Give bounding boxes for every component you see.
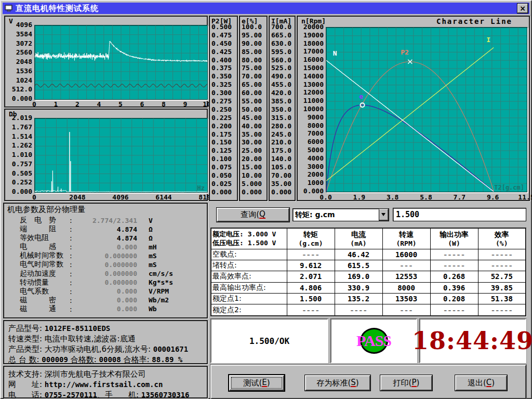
- spectrum-x-ticks: 02048409661448192: [23, 193, 218, 201]
- pass-indicator-box: PASS: [330, 318, 417, 363]
- table-cell: ----: [287, 249, 335, 260]
- table-header-voltages: 额定电压: 3.000 V低压电压: 1.500 V: [211, 228, 287, 249]
- tick-label: 20000: [303, 23, 324, 31]
- quit-button[interactable]: 退出(C): [455, 375, 507, 391]
- tick-label: 0.350: [211, 73, 235, 80]
- table-column-header: 输出功率(W): [430, 228, 478, 249]
- tick-label: 385.0: [271, 98, 293, 105]
- table-cell: 52.75: [478, 271, 526, 282]
- parameter-row: 磁 通:0.000Wb: [8, 305, 204, 313]
- tick-label: 14000: [303, 73, 324, 80]
- tick-label: 5000: [308, 147, 324, 154]
- tick-label: 0.000: [242, 189, 265, 196]
- tick-label: 15000: [303, 64, 324, 72]
- chevron-down-icon: [381, 213, 385, 216]
- tick-label: 0.300: [211, 89, 235, 97]
- svg-text:e: e: [359, 92, 363, 100]
- text-line: 总 台 数: 000009 合格数: 00008 合格率: 88.89 %: [8, 354, 204, 365]
- table-column-header: 转矩(g.cm): [287, 228, 335, 249]
- tick-label: 40.00: [242, 123, 265, 130]
- test-button[interactable]: 测试(E): [229, 375, 284, 391]
- tick-label: 6: [135, 100, 150, 108]
- tick-label: 0.500: [211, 23, 235, 31]
- table-row: 最高输出功率点:4.806330.980000.39639.85: [211, 282, 526, 293]
- tick-label: 0.250: [211, 106, 235, 113]
- query-button[interactable]: 查询(Q: [217, 208, 289, 222]
- parameter-row: 等效电阻:4.874Ω: [8, 234, 204, 242]
- tick-label: 4096: [16, 21, 32, 29]
- app-window: 直流电机特性测试系统 × V 4096358430722560204815361…: [0, 0, 532, 399]
- pass-text: PASS: [356, 332, 391, 350]
- tick-label: 0.150: [211, 139, 235, 146]
- save-standard-button[interactable]: 存为标准(S): [305, 375, 370, 391]
- tick-label: 90.00: [242, 40, 265, 47]
- table-cell: 169.0: [335, 271, 382, 282]
- table-cell: 12553: [382, 271, 430, 282]
- tick-label: 17000: [303, 48, 324, 55]
- close-button[interactable]: ×: [517, 4, 528, 13]
- table-cell: -----: [430, 260, 478, 271]
- tick-label: 0.125: [211, 147, 235, 154]
- row-label: 最高输出功率点:: [211, 282, 287, 293]
- spectrum-panel: Db 2.0191.7671.5141.2621.0100.7570.5050.…: [4, 109, 208, 201]
- table-cell: 8000: [382, 282, 430, 293]
- tick-label: 100.0: [242, 23, 265, 31]
- tick-label: 6000: [308, 138, 324, 145]
- row-label: 额定点1:: [211, 294, 287, 304]
- table-cell: ---: [382, 304, 430, 316]
- spectrum-trace: [35, 118, 207, 192]
- tick-label: 55.00: [242, 98, 265, 105]
- tick-label: 45.00: [242, 114, 265, 122]
- tick-label: 30.00: [242, 139, 265, 146]
- query-value-input[interactable]: [393, 208, 526, 221]
- table-cell: ----: [287, 304, 335, 316]
- row-label: 最高效率点:: [211, 271, 287, 282]
- torque-unit-dropdown[interactable]: 转矩: g.cm: [292, 208, 389, 221]
- table-cell: ----: [335, 304, 382, 316]
- tick-label: 630.0: [271, 40, 293, 47]
- tick-label: 1.262: [12, 142, 32, 149]
- text-line: 产品型号: 1012FE-85110EDS: [8, 323, 204, 334]
- tick-label: 8: [156, 100, 171, 108]
- table-column-header: 转速(RPM): [382, 228, 430, 249]
- tick-label: 0: [26, 100, 42, 108]
- character-y-ticks: 2000019000180001700016000150001400013000…: [299, 23, 324, 195]
- tick-label: 5.000: [242, 180, 265, 188]
- parameter-row: 机械时间常数:0.000000mS: [8, 251, 204, 260]
- tick-label: 3.8: [383, 193, 402, 201]
- parameter-row: 电气系数:0.000V/RPM: [8, 287, 204, 296]
- support-info-lines: 技术支持: 深圳市先航电子技术有限公司网 址: http://www.first…: [8, 369, 204, 399]
- tick-label: 0.0: [316, 193, 335, 201]
- tick-label: 512.0: [12, 86, 32, 93]
- table-cell: -----: [430, 249, 478, 260]
- result-text: 1.500/OK: [249, 336, 289, 346]
- tick-label: 0: [23, 193, 46, 201]
- tick-label: 560.0: [271, 57, 293, 64]
- table-cell: 4.806: [287, 282, 335, 293]
- tick-label: 50.00: [242, 106, 265, 113]
- dropdown-arrow-button[interactable]: [379, 209, 389, 221]
- table-cell: -----: [478, 249, 526, 260]
- parameters-list: 反 电 势:2.774/2.341V端 阻:4.874Ω等效电阻:4.874Ω电…: [8, 216, 204, 313]
- text-line: 转速类型: 电流中取转速,滤波器:底通: [8, 334, 204, 344]
- tick-label: 25.00: [242, 147, 265, 154]
- character-curves: NP2Ie: [326, 28, 527, 192]
- tick-label: 0.100: [211, 155, 235, 163]
- tick-label: 0.225: [211, 114, 235, 122]
- tick-label: 70.00: [271, 172, 293, 179]
- tick-label: 0.000: [271, 189, 293, 196]
- tick-label: 70.00: [242, 73, 265, 80]
- parameter-row: 电气时间常数:0.000000mS: [8, 260, 204, 269]
- print-button[interactable]: 打印(P): [380, 375, 432, 391]
- tick-label: 35.00: [242, 131, 265, 138]
- window-title: 直流电机特性测试系统: [16, 4, 99, 14]
- row-label: 额定点2:: [211, 304, 287, 316]
- tick-label: 11.5: [517, 193, 532, 201]
- close-icon: ×: [520, 4, 526, 12]
- tick-label: 1536: [16, 68, 32, 75]
- tick-label: 1.010: [12, 151, 32, 158]
- tick-label: 19000: [303, 32, 324, 39]
- product-info-lines: 产品型号: 1012FE-85110EDS转速类型: 电流中取转速,滤波器:底通…: [8, 323, 204, 365]
- tick-label: 6144: [152, 193, 175, 201]
- tick-label: 10000: [303, 105, 324, 113]
